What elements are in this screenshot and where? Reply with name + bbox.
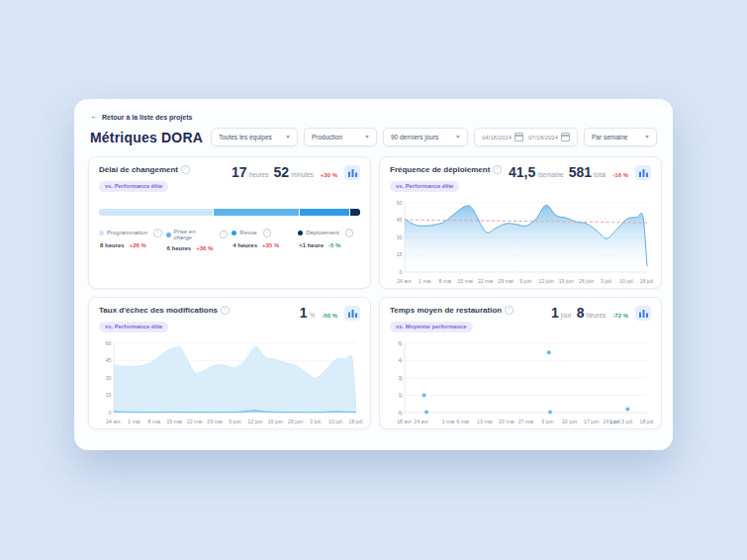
legend-dot-icon xyxy=(166,233,171,237)
svg-text:18 juil.: 18 juil. xyxy=(640,278,655,284)
legend-label: Revue xyxy=(239,230,256,235)
svg-text:3 juil.: 3 juil. xyxy=(310,419,322,424)
lead-time-stacked-bar xyxy=(99,209,360,216)
legend-item: Déploiementi<1 heure-5 % xyxy=(298,229,360,251)
bar-chart-icon xyxy=(348,168,357,177)
svg-text:24 avr.: 24 avr. xyxy=(414,419,429,424)
svg-text:24 avr.: 24 avr. xyxy=(397,278,413,284)
card-title: Délai de changement xyxy=(99,165,178,174)
svg-text:19 juin: 19 juin xyxy=(559,278,574,284)
bar-segment xyxy=(99,209,213,216)
info-icon[interactable]: i xyxy=(345,229,354,237)
legend-dot-icon xyxy=(298,231,303,235)
info-icon[interactable]: i xyxy=(493,165,502,174)
time-to-restore-chart: 0j1j3j4j6j18 avr.24 avr.1 mai6 mai13 mai… xyxy=(390,338,651,425)
bar-chart-icon xyxy=(639,168,648,177)
svg-text:1 juil.: 1 juil. xyxy=(609,419,621,424)
metric-unit: heures xyxy=(249,171,269,178)
legend-dot-icon xyxy=(99,231,104,235)
svg-text:45: 45 xyxy=(397,217,403,223)
svg-text:60: 60 xyxy=(106,340,112,346)
period-select[interactable]: 90 derniers jours xyxy=(383,128,468,146)
delta-badge: -50 % xyxy=(322,313,337,319)
svg-text:18 avr.: 18 avr. xyxy=(397,419,413,424)
legend-item: Revuei4 heures+35 % xyxy=(232,229,294,251)
metric-unit: total xyxy=(594,171,606,178)
delta-badge: -72 % xyxy=(612,313,628,319)
benchmark-badge: vs. Performance élite xyxy=(99,181,168,192)
teams-select[interactable]: Toutes les équipes xyxy=(211,128,298,146)
teams-select-value: Toutes les équipes xyxy=(219,134,272,140)
page-background: ← Retour à la liste des projets Métrique… xyxy=(0,0,747,560)
info-icon[interactable]: i xyxy=(220,231,228,239)
info-icon[interactable]: i xyxy=(153,229,162,237)
chart-toggle-button[interactable] xyxy=(344,306,360,321)
bar-segment xyxy=(214,209,299,216)
legend-hours: 8 heures xyxy=(100,242,125,248)
svg-text:18 juil.: 18 juil. xyxy=(349,419,364,424)
svg-text:15: 15 xyxy=(397,251,403,257)
svg-text:12 juin: 12 juin xyxy=(538,278,553,284)
calendar-icon xyxy=(561,133,570,141)
metric-unit: minutes xyxy=(291,171,314,178)
legend-hours: 6 heures xyxy=(167,245,192,251)
chevron-down-icon xyxy=(456,136,460,139)
svg-text:10 juil.: 10 juil. xyxy=(619,278,634,284)
card-title: Fréquence de déploiement xyxy=(390,165,490,174)
svg-text:29 mai: 29 mai xyxy=(207,419,223,424)
delta-badge: -16 % xyxy=(612,172,628,178)
svg-text:60: 60 xyxy=(397,200,403,206)
card-change-failure-rate: Taux d'échec des modifications i vs. Per… xyxy=(88,297,371,429)
metric-number: 41,5 xyxy=(509,165,535,179)
page-title: Métriques DORA xyxy=(90,130,203,145)
svg-text:13 mai: 13 mai xyxy=(477,419,493,424)
dora-dashboard-panel: ← Retour à la liste des projets Métrique… xyxy=(74,99,673,450)
chart-toggle-button[interactable] xyxy=(635,165,651,180)
calendar-icon xyxy=(514,133,523,141)
info-icon[interactable]: i xyxy=(181,165,190,174)
svg-text:10 juin: 10 juin xyxy=(562,419,577,424)
back-to-projects-link[interactable]: Retour à la liste des projets xyxy=(102,114,192,121)
chart-toggle-button[interactable] xyxy=(635,306,651,321)
svg-text:17 juin: 17 juin xyxy=(584,419,599,424)
svg-text:26 juin: 26 juin xyxy=(579,278,594,284)
deployment-frequency-chart: 01530456024 avr.1 mai8 mai15 mai22 mai29… xyxy=(390,198,651,285)
info-icon[interactable]: i xyxy=(221,306,230,315)
date-end-field[interactable]: 07/18/2024 xyxy=(528,133,570,141)
svg-text:6j: 6j xyxy=(398,340,402,346)
granularity-select[interactable]: Par semaine xyxy=(584,128,657,146)
svg-text:5 juil.: 5 juil. xyxy=(621,419,633,424)
bar-chart-icon xyxy=(348,309,357,318)
legend-label: Prise en charge xyxy=(174,229,215,240)
metric-unit: jour xyxy=(561,312,572,319)
metric-number: 52 xyxy=(273,165,289,179)
metrics-grid: Délai de changement i vs. Performance él… xyxy=(88,156,659,429)
info-icon[interactable]: i xyxy=(263,229,272,237)
metric-unit: % xyxy=(310,312,316,319)
back-arrow-icon: ← xyxy=(90,113,98,121)
svg-text:22 mai: 22 mai xyxy=(478,278,494,284)
chevron-down-icon xyxy=(286,136,290,139)
legend-item: Prise en chargei6 heures+36 % xyxy=(166,229,229,251)
svg-text:8 mai: 8 mai xyxy=(438,278,451,284)
chart-toggle-button[interactable] xyxy=(344,165,360,180)
svg-text:1 mai: 1 mai xyxy=(419,278,431,284)
metric-number: 8 xyxy=(577,306,585,320)
info-icon[interactable]: i xyxy=(505,306,514,315)
card-time-to-restore: Temps moyen de restauration i vs. Moyenn… xyxy=(379,297,662,429)
metric-number: 17 xyxy=(232,165,247,179)
svg-text:0j: 0j xyxy=(398,410,402,416)
svg-text:19 juin: 19 juin xyxy=(268,419,283,424)
svg-text:30: 30 xyxy=(106,375,112,381)
legend-delta: +35 % xyxy=(262,242,279,248)
benchmark-badge: vs. Performance élite xyxy=(99,322,168,332)
environment-select[interactable]: Production xyxy=(304,128,377,146)
metric-value: 41,5 /semaine 581 total -16 % xyxy=(509,165,651,180)
svg-text:3 juil.: 3 juil. xyxy=(601,278,612,284)
date-start-field[interactable]: 04/18/2024 xyxy=(482,133,523,141)
bar-segment xyxy=(350,209,360,216)
environment-select-value: Production xyxy=(312,134,342,140)
svg-text:0: 0 xyxy=(109,410,112,416)
date-range-picker[interactable]: 04/18/2024 07/18/2024 xyxy=(474,128,578,146)
lead-time-legend: Programmationi8 heures+26 %Prise en char… xyxy=(99,229,360,251)
